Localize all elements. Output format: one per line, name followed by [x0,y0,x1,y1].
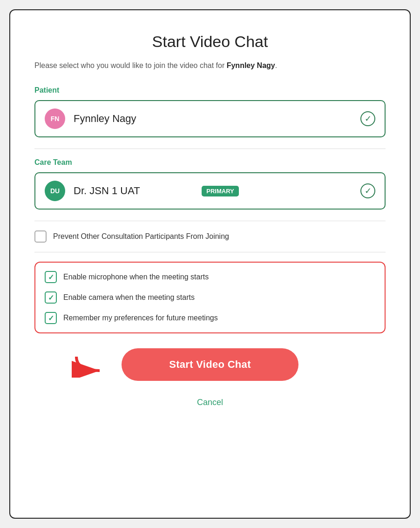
care-team-name: Dr. JSN 1 UAT [74,185,195,197]
camera-label: Enable camera when the meeting starts [63,293,195,302]
modal: Start Video Chat Please select who you w… [9,9,411,519]
care-team-card[interactable]: DU Dr. JSN 1 UAT PRIMARY ✓ [34,172,386,210]
arrow-icon [72,350,109,379]
patient-check-icon: ✓ [360,111,375,126]
remember-checkbox[interactable] [45,312,57,324]
mic-label: Enable microphone when the meeting start… [63,273,209,281]
patient-card[interactable]: FN Fynnley Nagy ✓ [34,100,386,137]
cancel-link-row: Cancel [34,398,386,407]
divider-1 [34,149,386,149]
page-title: Start Video Chat [34,33,386,51]
prevent-checkbox-row[interactable]: Prevent Other Consultation Participants … [34,230,386,243]
start-video-chat-button[interactable]: Start Video Chat [122,348,298,381]
mic-checkbox-row[interactable]: Enable microphone when the meeting start… [45,271,375,283]
care-team-avatar: DU [45,181,65,201]
divider-2 [34,221,386,221]
divider-3 [34,252,386,252]
patient-avatar: FN [45,108,65,129]
camera-checkbox[interactable] [45,291,57,304]
mic-checkbox[interactable] [45,271,57,283]
camera-checkbox-row[interactable]: Enable camera when the meeting starts [45,291,375,304]
primary-badge: PRIMARY [202,186,238,196]
preferences-box: Enable microphone when the meeting start… [34,262,386,333]
remember-checkbox-row[interactable]: Remember my preferences for future meeti… [45,312,375,324]
prevent-checkbox-label: Prevent Other Consultation Participants … [53,232,229,241]
start-button-row: Start Video Chat [34,348,386,381]
remember-label: Remember my preferences for future meeti… [63,314,218,322]
care-team-check-icon: ✓ [360,183,375,198]
care-team-section-label: Care Team [34,158,386,167]
cancel-link[interactable]: Cancel [197,398,223,407]
patient-section-label: Patient [34,86,386,95]
subtitle: Please select who you would like to join… [34,60,386,71]
prevent-checkbox[interactable] [34,230,47,243]
patient-name: Fynnley Nagy [74,113,360,125]
